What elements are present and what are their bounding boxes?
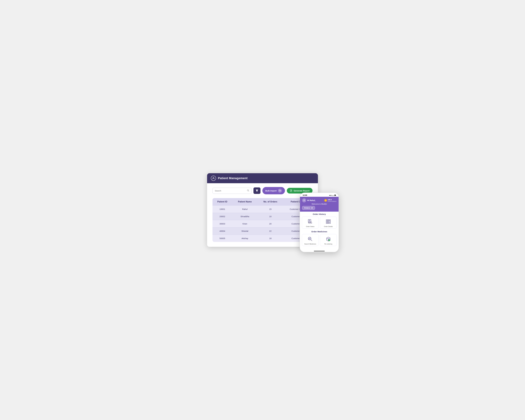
svg-marker-3: [256, 190, 258, 192]
svg-point-5: [304, 200, 304, 200]
phone-greeting: Hi Rahul,: [307, 199, 316, 201]
phone-body: Order History: [300, 212, 339, 250]
search-input[interactable]: [215, 190, 246, 192]
order-details-icon: [325, 218, 332, 225]
phone-status-bar: 12:00 ●●● ▲ ▮▮: [300, 193, 339, 197]
svg-point-22: [328, 239, 330, 241]
phone-user-avatar: [302, 198, 306, 202]
table-row[interactable]: 10001Rahul15Customer Id - 925: [213, 206, 312, 213]
header-avatar-icon: [211, 176, 216, 181]
svg-point-0: [213, 177, 214, 178]
cell-id: 30003: [213, 220, 232, 228]
cell-id: 40004: [213, 228, 232, 235]
table-header-row: Patient ID Patient Name No. of Orders Pa…: [213, 198, 312, 206]
generate-report-label: Generate Report: [294, 190, 309, 192]
order-history-grid: Order Status: [302, 217, 337, 229]
cell-id: 50005: [213, 235, 232, 242]
search-icon: [247, 189, 249, 192]
bulk-import-button[interactable]: Bulk Import: [262, 187, 285, 194]
order-medicines-grid: Search Medicines: [302, 234, 337, 246]
desktop-window: Patient Management: [207, 173, 318, 247]
table-row[interactable]: 50005Akshay18Customer 214: [213, 235, 312, 242]
upload-icon: [278, 189, 282, 193]
search-medicines-icon: [307, 236, 313, 242]
col-orders: No. of Orders: [257, 198, 283, 206]
col-patient-name: Patient Name: [232, 198, 257, 206]
phone-status-icons: ●●● ▲ ▮▮: [329, 194, 336, 196]
cell-orders: 20: [257, 220, 283, 228]
patient-table-container: Patient ID Patient Name No. of Orders Pa…: [213, 198, 312, 242]
search-medicines-card[interactable]: Search Medicines: [302, 234, 319, 246]
table-row[interactable]: 30003Kiran20Customer 354: [213, 220, 312, 228]
order-details-label: Order Details: [324, 226, 333, 227]
cell-id: 10001: [213, 206, 232, 213]
cell-name: Rahul: [232, 206, 257, 213]
order-status-label: Order Status: [306, 226, 314, 227]
cell-name: Akshay: [232, 235, 257, 242]
table-row[interactable]: 40004Sheetal22Customer 642: [213, 228, 312, 235]
svg-line-15: [311, 239, 312, 241]
cell-orders: 22: [257, 228, 283, 235]
cell-name: Sheetal: [232, 228, 257, 235]
cell-orders: 18: [257, 235, 283, 242]
orders-badge: Orders- 15: [302, 206, 315, 210]
table-row[interactable]: 20002Shraddha10Customer 786: [213, 213, 312, 220]
order-status-icon: [307, 218, 313, 225]
page-title: Patient Management: [218, 176, 247, 180]
phone-header: Hi Rahul, 🪙 150.0 Current Balance Welcom…: [300, 197, 339, 212]
balance-amount: 150.0: [328, 199, 337, 201]
cell-name: Kiran: [232, 220, 257, 228]
svg-line-2: [248, 191, 249, 191]
reordering-card[interactable]: Re-ordering: [320, 234, 337, 246]
phone-overlay: 12:00 ●●● ▲ ▮▮: [300, 192, 339, 252]
phone-time: 12:00: [303, 194, 307, 196]
battery-icon: ▮▮: [334, 194, 336, 196]
order-details-card[interactable]: Order Details: [320, 217, 337, 229]
bulk-import-label: Bulk Import: [265, 190, 277, 192]
cell-orders: 10: [257, 213, 283, 220]
wifi-icon: ▲: [332, 194, 334, 196]
window-header: Patient Management: [207, 173, 318, 183]
window-body: Bulk Import Generate Report: [207, 183, 318, 247]
order-medicines-title: Order Medicines: [302, 230, 337, 233]
phone-greeting-row: Hi Rahul, 🪙 150.0 Current Balance: [302, 198, 337, 202]
order-history-title: Order History: [302, 213, 337, 215]
filter-button[interactable]: [253, 187, 261, 194]
phone-home-indicator: [314, 251, 325, 251]
reordering-icon: [325, 236, 332, 242]
cell-orders: 15: [257, 206, 283, 213]
cell-name: Shraddha: [232, 213, 257, 220]
phone-greeting-left: Hi Rahul,: [302, 198, 316, 202]
order-status-card[interactable]: Order Status: [302, 217, 319, 229]
cell-id: 20002: [213, 213, 232, 220]
coin-icon: 🪙: [324, 199, 327, 202]
search-box: [213, 188, 252, 194]
signal-icon: ●●●: [329, 194, 332, 196]
search-medicines-label: Search Medicines: [304, 243, 316, 245]
col-patient-id: Patient ID: [213, 198, 232, 206]
balance-label: Current Balance: [328, 201, 337, 202]
toolbar: Bulk Import Generate Report: [213, 187, 312, 194]
reordering-label: Re-ordering: [324, 243, 332, 245]
phone-welcome-text: Welcome to Medify!: [302, 203, 337, 205]
patient-table: Patient ID Patient Name No. of Orders Pa…: [213, 198, 312, 242]
phone-balance: 🪙 150.0 Current Balance: [324, 199, 337, 202]
